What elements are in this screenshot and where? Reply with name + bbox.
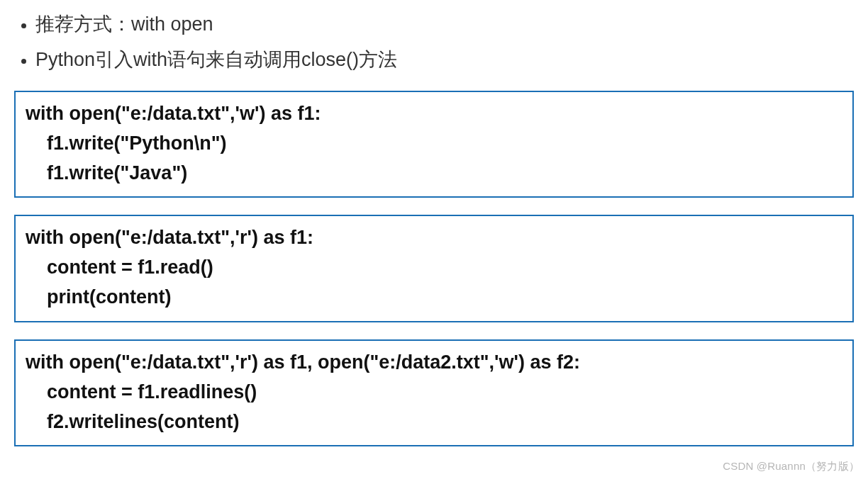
watermark-text: CSDN @Ruannn（努力版） [723,460,859,473]
bullet-list: 推荐方式：with open Python引入with语句来自动调用close(… [14,7,854,78]
code-block-3: with open("e:/data.txt",'r') as f1, open… [14,339,854,447]
bullet-item: 推荐方式：with open [35,7,854,43]
code-block-1: with open("e:/data.txt",'w') as f1: f1.w… [14,91,854,198]
bullet-item: Python引入with语句来自动调用close()方法 [35,43,854,78]
code-block-2: with open("e:/data.txt",'r') as f1: cont… [14,215,854,322]
